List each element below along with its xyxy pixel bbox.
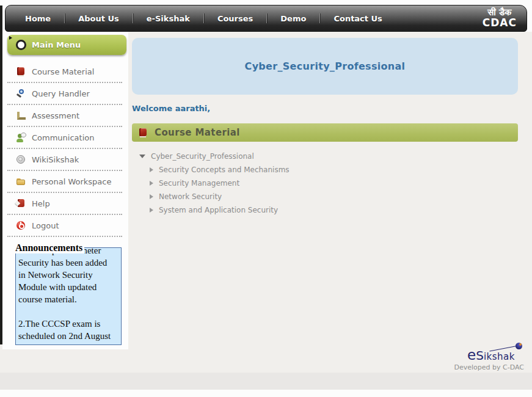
magnifier-icon [16, 89, 26, 99]
sidebar-item-course-material[interactable]: Course Material [7, 61, 122, 83]
play-circle-icon [16, 40, 26, 50]
tree-node: Network Security [150, 190, 290, 203]
tree-node-label[interactable]: Security Concepts and Mechanisms [159, 166, 290, 174]
person-chat-icon [16, 133, 26, 143]
power-icon [16, 220, 26, 231]
sidebar-menu: Course Material Query Handler Assessment… [7, 61, 122, 237]
cdac-logo-latin: CDAC [483, 18, 517, 29]
nav-item-home[interactable]: Home [12, 14, 64, 23]
nav-item-contact-us[interactable]: Contact Us [320, 14, 395, 23]
logo-globe-icon [516, 343, 522, 349]
sidebar-item-assessment[interactable]: Assessment [7, 105, 122, 127]
expand-icon[interactable] [150, 208, 153, 213]
sidebar-item-logout[interactable]: Logout [7, 215, 122, 237]
sidebar-item-label: Help [32, 199, 50, 208]
announcements-box: 1.New topic Perimeter Security has been … [15, 247, 122, 345]
tree-node-label[interactable]: Network Security [159, 192, 222, 201]
course-material-header: Course Material [132, 123, 518, 142]
tree-node: Security Management [150, 177, 290, 190]
sidebar-item-help[interactable]: Help [7, 193, 122, 215]
sidebar-item-wikisikshak[interactable]: WikiSikshak [7, 149, 122, 171]
tree-node-label[interactable]: System and Application Security [159, 206, 278, 214]
developed-by-text: Developed by C-DAC [454, 363, 524, 371]
footer-band [0, 373, 532, 390]
tree-root-label[interactable]: Cyber_Security_Professional [151, 152, 254, 161]
sidebar-item-query-handler[interactable]: Query Handler [7, 83, 122, 105]
book-icon [16, 67, 26, 77]
ruler-icon [16, 111, 26, 121]
esikshak-logo-s: S [476, 348, 484, 363]
sidebar-item-label: WikiSikshak [32, 155, 79, 164]
announcements-title: Announcements [15, 242, 84, 253]
esikshak-logo: eSikshak [467, 347, 515, 363]
sidebar-item-label: Personal Workspace [32, 177, 111, 186]
tree-node-root: Cyber_Security_Professional [139, 150, 290, 163]
sidebar-item-communication[interactable]: Communication [7, 127, 122, 149]
sidebar-item-personal-workspace[interactable]: Personal Workspace [7, 171, 122, 193]
esikshak-logo-e: e [467, 347, 476, 363]
nav-item-about-us[interactable]: About Us [65, 14, 133, 23]
folder-icon [16, 177, 26, 187]
course-title-banner: Cyber_Security_Professional [132, 38, 518, 95]
book-icon [138, 128, 148, 138]
esikshak-logo-rest: ikshak [484, 351, 515, 362]
sidebar-item-label: Query Handler [32, 89, 90, 98]
globe-icon [16, 155, 26, 165]
tree-node: System and Application Security [150, 203, 290, 217]
tree-node-label[interactable]: Security Management [159, 179, 239, 188]
sidebar-item-label: Course Material [32, 67, 94, 76]
help-book-icon [16, 198, 26, 209]
course-tree: Cyber_Security_Professional Security Con… [139, 150, 290, 217]
cdac-logo: सी डैक CDAC [483, 8, 517, 29]
nav-menu: Home About Us e-Sikshak Courses Demo Con… [12, 5, 396, 31]
sidebar-item-label: Logout [32, 221, 59, 230]
sidebar-item-label: Assessment [32, 111, 79, 120]
main-menu-header: Main Menu [7, 35, 126, 55]
course-material-title: Course Material [155, 127, 240, 138]
tree-node: Security Concepts and Mechanisms [150, 163, 290, 177]
expand-icon[interactable] [150, 167, 153, 172]
nav-item-demo[interactable]: Demo [267, 14, 319, 23]
announcements: Announcements 1.New topic Perimeter Secu… [15, 242, 122, 345]
expand-icon[interactable] [150, 194, 153, 199]
expand-icon[interactable] [150, 181, 153, 186]
top-navigation-bar: Home About Us e-Sikshak Courses Demo Con… [5, 5, 527, 32]
sidebar-item-label: Communication [32, 133, 94, 142]
nav-item-e-sikshak[interactable]: e-Sikshak [133, 14, 203, 23]
collapse-icon[interactable] [139, 155, 145, 158]
announcements-text: 1.New topic Perimeter Security has been … [16, 247, 121, 342]
nav-item-courses[interactable]: Courses [204, 14, 266, 23]
welcome-text: Welcome aarathi, [132, 104, 210, 113]
main-menu-label: Main Menu [32, 40, 81, 49]
course-title: Cyber_Security_Professional [245, 60, 406, 72]
tree-children: Security Concepts and Mechanisms Securit… [150, 163, 290, 217]
